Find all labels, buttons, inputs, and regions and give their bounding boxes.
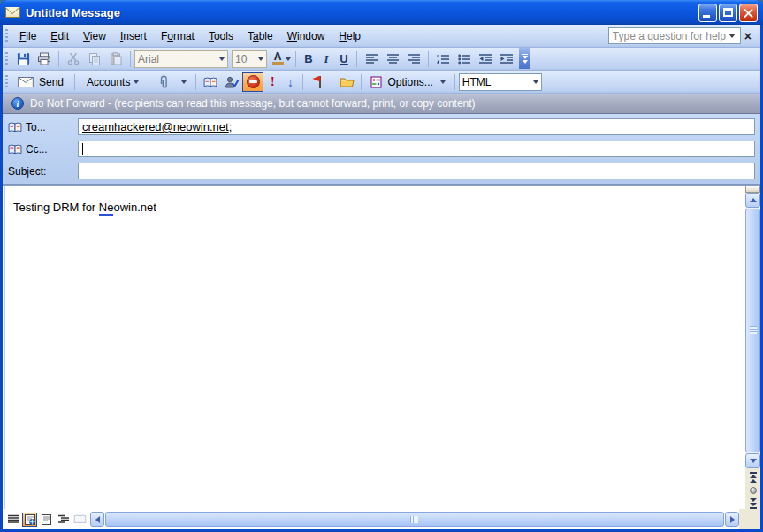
next-page-button[interactable] bbox=[747, 498, 759, 509]
italic-icon: I bbox=[324, 52, 328, 66]
bulleted-list-button[interactable] bbox=[454, 49, 475, 69]
message-flag-button[interactable] bbox=[307, 72, 328, 92]
decrease-indent-icon bbox=[479, 54, 492, 65]
check-names-button[interactable] bbox=[221, 72, 242, 92]
options-button[interactable]: Options... bbox=[365, 72, 450, 92]
view-switcher bbox=[3, 513, 90, 527]
print-layout-view-button[interactable] bbox=[39, 513, 54, 527]
ruler-toggle-button[interactable] bbox=[745, 186, 760, 193]
window-controls bbox=[698, 4, 758, 22]
permission-banner: i Do Not Forward - (recipients can read … bbox=[3, 94, 760, 114]
window-title: Untitled Message bbox=[26, 6, 120, 19]
formatting-toolbar-drag-handle[interactable] bbox=[5, 52, 8, 66]
menu-help[interactable]: Help bbox=[332, 27, 368, 45]
spellcheck-mark: Ne bbox=[99, 201, 114, 216]
message-body[interactable]: Testing DRM for Neowin.net bbox=[3, 185, 760, 509]
menubar-close-icon[interactable]: × bbox=[741, 30, 755, 42]
menu-format[interactable]: Format bbox=[154, 27, 202, 45]
increase-indent-button[interactable] bbox=[496, 49, 517, 69]
menu-window[interactable]: Window bbox=[280, 27, 332, 45]
font-size-combobox[interactable]: 10 bbox=[232, 50, 267, 68]
web-layout-view-button[interactable] bbox=[22, 513, 37, 527]
scroll-left-button[interactable] bbox=[90, 512, 104, 527]
minimize-icon bbox=[703, 15, 710, 18]
menu-table[interactable]: Table bbox=[240, 27, 280, 45]
importance-high-button[interactable]: ! bbox=[263, 72, 281, 92]
message-toolbar-drag-handle[interactable] bbox=[5, 75, 8, 89]
font-color-button[interactable]: A bbox=[271, 49, 292, 69]
text-cursor bbox=[82, 143, 83, 155]
accounts-button[interactable]: Accounts bbox=[79, 72, 145, 92]
numbered-list-button[interactable] bbox=[432, 49, 454, 69]
address-book-icon bbox=[8, 144, 22, 155]
align-center-button[interactable] bbox=[382, 49, 403, 69]
copy-button[interactable] bbox=[84, 49, 105, 69]
question-input[interactable] bbox=[608, 27, 741, 44]
select-browse-object-button[interactable] bbox=[747, 485, 759, 496]
subject-input[interactable] bbox=[78, 163, 755, 179]
horizontal-scroll-track[interactable] bbox=[105, 512, 724, 527]
create-rule-button[interactable] bbox=[336, 72, 357, 92]
decrease-indent-button[interactable] bbox=[475, 49, 496, 69]
cc-button[interactable]: Cc... bbox=[8, 143, 78, 156]
separator bbox=[454, 74, 455, 90]
toolbar-options-button[interactable] bbox=[519, 48, 530, 69]
horizontal-scroll-thumb[interactable] bbox=[105, 512, 724, 527]
send-button[interactable]: Send bbox=[12, 72, 71, 92]
cut-button[interactable] bbox=[63, 49, 84, 69]
italic-button[interactable]: I bbox=[317, 49, 335, 69]
address-book-button[interactable] bbox=[200, 72, 221, 92]
horizontal-scrollbar[interactable] bbox=[90, 512, 739, 527]
scroll-up-button[interactable] bbox=[745, 193, 760, 208]
separator bbox=[332, 74, 332, 90]
menu-file[interactable]: File bbox=[12, 27, 43, 45]
maximize-button[interactable] bbox=[719, 4, 737, 22]
permission-button[interactable] bbox=[242, 72, 263, 92]
question-dropdown-icon[interactable] bbox=[729, 34, 736, 38]
outline-view-button[interactable] bbox=[56, 513, 71, 527]
bold-button[interactable]: B bbox=[300, 49, 317, 69]
message-format-combobox[interactable]: HTML bbox=[459, 73, 542, 91]
menu-view[interactable]: View bbox=[76, 27, 113, 45]
web-layout-icon bbox=[25, 514, 35, 525]
minimize-button[interactable] bbox=[698, 4, 717, 22]
thumb-grip bbox=[410, 516, 418, 523]
font-size-value: 10 bbox=[235, 53, 247, 65]
importance-low-button[interactable]: ↓ bbox=[281, 72, 299, 92]
to-button[interactable]: To... bbox=[8, 121, 78, 133]
menu-edit[interactable]: Edit bbox=[43, 27, 76, 45]
toolbar-options-icon bbox=[522, 54, 528, 55]
scroll-right-button[interactable] bbox=[725, 512, 739, 527]
underline-icon: U bbox=[340, 52, 347, 65]
previous-page-button[interactable] bbox=[747, 472, 759, 483]
paste-button[interactable] bbox=[105, 49, 126, 69]
font-name-combobox[interactable]: Arial bbox=[134, 50, 228, 68]
scroll-down-button[interactable] bbox=[745, 453, 760, 468]
cc-row: Cc... bbox=[8, 141, 755, 157]
subject-row: Subject: bbox=[8, 163, 755, 179]
underline-button[interactable]: U bbox=[335, 49, 353, 69]
attach-dropdown-button[interactable] bbox=[174, 72, 192, 92]
vertical-scrollbar[interactable] bbox=[745, 186, 760, 509]
menubar-drag-handle[interactable] bbox=[5, 29, 8, 43]
vertical-scroll-thumb[interactable] bbox=[745, 209, 760, 452]
menu-tools[interactable]: Tools bbox=[202, 27, 240, 45]
title-bar: Untitled Message bbox=[0, 0, 763, 25]
menu-bar: File Edit View Insert Format Tools Table… bbox=[3, 25, 760, 48]
align-right-button[interactable] bbox=[403, 49, 424, 69]
print-button[interactable] bbox=[34, 49, 55, 69]
do-not-forward-icon bbox=[247, 75, 260, 88]
permission-banner-text: Do Not Forward - (recipients can read th… bbox=[30, 97, 476, 110]
reading-layout-view-button[interactable] bbox=[72, 513, 88, 527]
normal-view-button[interactable] bbox=[5, 513, 20, 527]
arrow-up-icon bbox=[750, 198, 757, 202]
cc-input[interactable] bbox=[78, 141, 755, 157]
separator bbox=[58, 51, 59, 67]
close-button[interactable] bbox=[739, 4, 758, 22]
font-color-dropdown-icon bbox=[286, 57, 291, 61]
attach-file-button[interactable] bbox=[153, 72, 174, 92]
menu-insert[interactable]: Insert bbox=[113, 27, 154, 45]
align-left-button[interactable] bbox=[361, 49, 382, 69]
save-button[interactable] bbox=[12, 49, 34, 69]
to-input[interactable]: creamhackered@neowin.net; bbox=[78, 118, 755, 135]
